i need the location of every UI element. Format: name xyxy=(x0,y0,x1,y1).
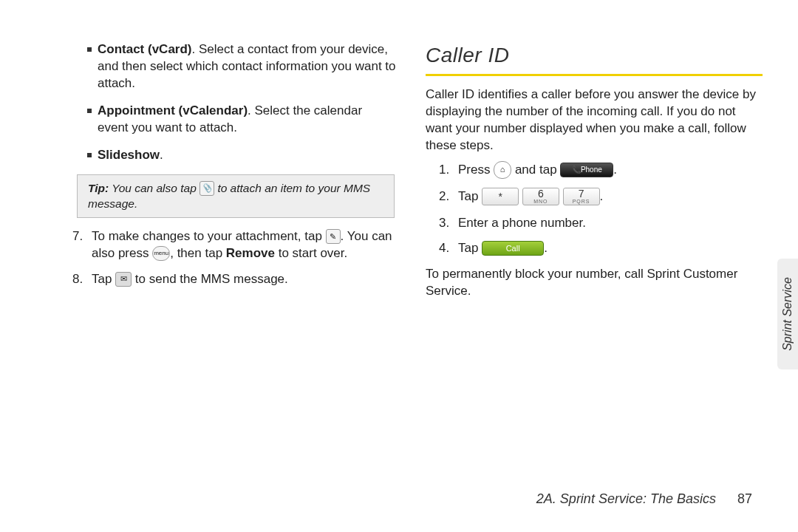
attachment-sublist: Contact (vCard). Select a contact from y… xyxy=(59,41,396,164)
step-number: 1. xyxy=(439,162,449,179)
item-bold: Appointment (vCalendar) xyxy=(98,103,248,117)
section-heading: Caller ID xyxy=(426,41,763,69)
step-number: 7. xyxy=(72,228,83,245)
phone-button: 📞 Phone xyxy=(560,163,613,177)
footer-section: 2A. Sprint Service: The Basics xyxy=(536,491,716,506)
right-steps: 1. Press ⌂ and tap 📞 Phone. 2. Tap * 6MN… xyxy=(426,162,763,258)
keypad-7: 7PQRS xyxy=(563,188,600,205)
step7-c: , then tap xyxy=(170,246,226,260)
step-2: 2. Tap * 6MNO 7PQRS. xyxy=(439,188,763,206)
s1b: and tap xyxy=(511,163,560,177)
step-1: 1. Press ⌂ and tap 📞 Phone. xyxy=(439,162,763,180)
sublist-item: Appointment (vCalendar). Select the cale… xyxy=(87,103,396,137)
remove-label: Remove xyxy=(226,246,275,260)
step-3: 3. Enter a phone number. xyxy=(439,215,763,232)
step-number: 3. xyxy=(439,215,449,232)
call-button: Call xyxy=(482,241,544,256)
left-steps: 7. To make changes to your attachment, t… xyxy=(59,228,396,288)
send-icon: ✉ xyxy=(115,272,132,287)
sublist-item: Contact (vCard). Select a contact from y… xyxy=(87,41,396,92)
s1a: Press xyxy=(458,163,494,177)
sublist-item: Slideshow. xyxy=(87,147,396,164)
keypad-6: 6MNO xyxy=(522,188,559,205)
tip-box: Tip: You can also tap 📎 to attach an ite… xyxy=(77,174,395,219)
item-bold: Contact (vCard) xyxy=(98,42,192,56)
step7-d: to start over. xyxy=(275,246,347,260)
footer-page-number: 87 xyxy=(737,491,752,506)
page-footer: 2A. Sprint Service: The Basics 87 xyxy=(536,491,752,507)
keypad-star: * xyxy=(482,188,519,205)
home-icon: ⌂ xyxy=(494,161,511,179)
tip-label: Tip: xyxy=(88,182,109,194)
edit-icon: ✎ xyxy=(326,229,341,244)
intro-paragraph: Caller ID identifies a caller before you… xyxy=(426,86,763,154)
menu-icon: menu xyxy=(152,246,170,261)
step-number: 2. xyxy=(439,188,449,205)
step7-a: To make changes to your attachment, tap xyxy=(92,229,326,243)
right-column: Caller ID Caller ID identifies a caller … xyxy=(418,41,767,473)
step8-a: Tap xyxy=(92,272,115,286)
step-number: 4. xyxy=(439,240,449,257)
step-number: 8. xyxy=(72,271,83,288)
item-rest: . xyxy=(160,148,163,162)
step8-b: to send the MMS message. xyxy=(132,272,288,286)
s4: Tap xyxy=(458,241,482,255)
outro-paragraph: To permanently block your number, call S… xyxy=(426,266,763,300)
item-bold: Slideshow xyxy=(98,148,160,162)
side-tab: Sprint Service xyxy=(777,259,798,369)
tip-before: You can also tap xyxy=(109,182,200,194)
step-7: 7. To make changes to your attachment, t… xyxy=(72,228,396,262)
heading-rule xyxy=(426,74,763,76)
s3: Enter a phone number. xyxy=(458,216,586,230)
attach-icon: 📎 xyxy=(200,181,214,196)
left-column: Contact (vCard). Select a contact from y… xyxy=(46,41,396,473)
step-8: 8. Tap ✉ to send the MMS message. xyxy=(72,271,396,288)
side-tab-label: Sprint Service xyxy=(781,277,794,351)
s2: Tap xyxy=(458,189,482,203)
step-4: 4. Tap Call. xyxy=(439,240,763,257)
